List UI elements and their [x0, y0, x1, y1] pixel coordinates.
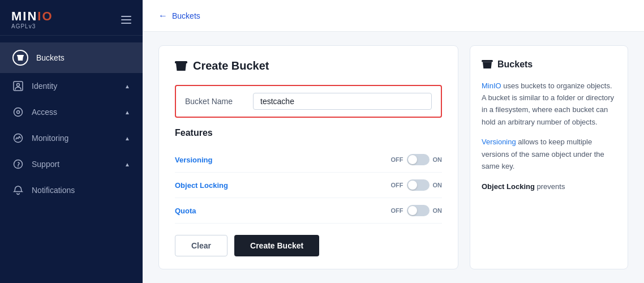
bucket-name-field-row: Bucket Name	[175, 85, 442, 118]
svg-point-3	[14, 108, 23, 117]
minio-link: MinIO	[482, 82, 501, 90]
bucket-name-input[interactable]	[253, 93, 432, 110]
card-bucket-icon	[175, 61, 187, 71]
svg-point-7	[18, 166, 19, 168]
card-title-text: Create Bucket	[193, 59, 269, 72]
features-title: Features	[175, 128, 442, 138]
quota-toggle-row: Quota OFF ON	[175, 198, 442, 224]
sidebar-item-access[interactable]: Access ▲	[0, 99, 143, 125]
quota-label: Quota	[175, 207, 391, 215]
support-icon	[12, 158, 24, 170]
main-content: ← Buckets Create Bucket Bucket Name Feat…	[143, 0, 644, 283]
versioning-label: Versioning	[175, 156, 391, 164]
support-chevron-icon: ▲	[124, 161, 130, 168]
sidebar-item-access-label: Access	[32, 108, 57, 117]
info-para3: Object Locking prevents	[482, 181, 616, 192]
breadcrumb[interactable]: Buckets	[172, 11, 200, 20]
object-locking-off-label: OFF	[391, 182, 403, 188]
sidebar-item-monitoring-label: Monitoring	[32, 134, 68, 143]
hamburger-menu[interactable]	[121, 16, 131, 24]
logo-text: MINIO AGPLv3	[11, 10, 53, 29]
info-para2: Versioning allows to keep multiple versi…	[482, 136, 616, 172]
sidebar-item-support[interactable]: Support ▲	[0, 151, 143, 177]
sidebar-logo: MINIO AGPLv3	[0, 0, 143, 36]
quota-toggle-group: OFF ON	[391, 205, 443, 216]
object-locking-thumb	[408, 181, 417, 190]
logo-minio: MINIO	[11, 10, 53, 23]
svg-rect-9	[482, 60, 493, 62]
object-locking-label: Object Locking	[175, 181, 391, 190]
svg-point-4	[17, 111, 20, 114]
versioning-toggle[interactable]	[407, 154, 430, 165]
identity-chevron-icon: ▲	[124, 83, 130, 89]
versioning-on-label: ON	[433, 156, 443, 163]
versioning-toggle-row: Versioning OFF ON	[175, 147, 442, 173]
sidebar-item-support-label: Support	[32, 160, 59, 169]
quota-thumb	[408, 206, 417, 215]
info-panel: Buckets MinIO uses buckets to organize o…	[470, 45, 628, 269]
svg-point-2	[17, 84, 20, 87]
object-locking-toggle-row: Object Locking OFF ON	[175, 173, 442, 198]
sidebar-item-monitoring[interactable]: Monitoring ▲	[0, 125, 143, 151]
sidebar-item-notifications-label: Notifications	[32, 186, 75, 195]
info-panel-bucket-icon	[482, 60, 493, 69]
versioning-off-label: OFF	[391, 156, 403, 163]
create-bucket-card: Create Bucket Bucket Name Features Versi…	[158, 45, 458, 269]
action-buttons: Clear Create Bucket	[175, 235, 442, 256]
topbar: ← Buckets	[143, 0, 644, 32]
bucket-name-label: Bucket Name	[185, 97, 253, 106]
object-locking-toggle-group: OFF ON	[391, 179, 443, 191]
object-locking-toggle[interactable]	[407, 179, 430, 191]
versioning-info-link: Versioning	[482, 138, 516, 146]
sidebar-item-notifications[interactable]: Notifications	[0, 177, 143, 203]
quota-toggle[interactable]	[407, 205, 430, 216]
quota-off-label: OFF	[391, 207, 403, 214]
access-chevron-icon: ▲	[124, 109, 130, 115]
versioning-toggle-group: OFF ON	[391, 154, 443, 165]
bucket-icon	[12, 50, 28, 66]
monitoring-icon	[12, 132, 24, 144]
logo-version: AGPLv3	[11, 24, 53, 29]
access-icon	[12, 106, 24, 118]
svg-rect-8	[175, 61, 187, 63]
sidebar-item-identity-label: Identity	[32, 82, 57, 91]
sidebar-item-buckets-label: Buckets	[36, 53, 65, 62]
card-title: Create Bucket	[175, 59, 442, 72]
sidebar-item-buckets[interactable]: Buckets	[0, 42, 143, 73]
monitoring-chevron-icon: ▲	[124, 135, 130, 142]
versioning-thumb	[408, 155, 417, 164]
back-button[interactable]: ←	[158, 11, 168, 21]
identity-icon	[12, 80, 24, 92]
object-locking-on-label: ON	[433, 182, 443, 188]
create-bucket-button[interactable]: Create Bucket	[234, 235, 319, 256]
sidebar: MINIO AGPLv3 Buckets	[0, 0, 143, 283]
object-locking-info-bold: Object Locking	[482, 182, 535, 191]
clear-button[interactable]: Clear	[175, 235, 227, 256]
content-area: Create Bucket Bucket Name Features Versi…	[143, 32, 644, 283]
sidebar-item-identity[interactable]: Identity ▲	[0, 73, 143, 99]
quota-on-label: ON	[433, 207, 443, 214]
svg-rect-0	[17, 55, 24, 57]
info-panel-title: Buckets	[482, 57, 616, 72]
info-panel-title-text: Buckets	[497, 57, 533, 72]
notifications-icon	[12, 185, 24, 196]
info-para1: MinIO uses buckets to organize objects. …	[482, 80, 616, 128]
sidebar-nav: Buckets Identity ▲ Access	[0, 36, 143, 283]
